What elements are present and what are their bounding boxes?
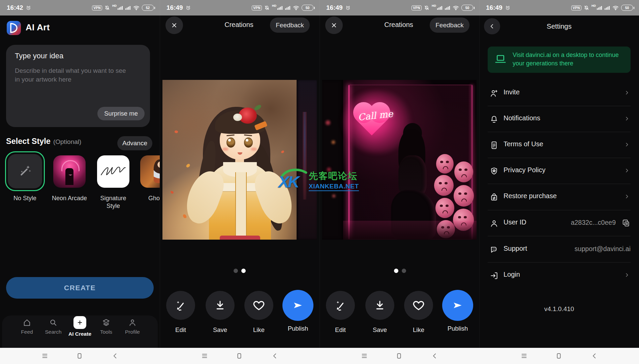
chevron-right-icon: [624, 193, 630, 200]
hd-badge: HD: [272, 4, 276, 7]
prompt-title: Type your idea: [15, 52, 63, 60]
support-email-value: support@davinci.ai: [575, 245, 631, 253]
settings-item-user-id[interactable]: User ID a2832c...c0ee9: [488, 212, 631, 234]
home-square-icon[interactable]: [76, 352, 83, 360]
bell-muted-icon: [104, 5, 110, 10]
settings-item-support[interactable]: Support support@davinci.ai: [488, 238, 631, 261]
signal-bars-icon: [605, 6, 610, 10]
bell-icon: [489, 115, 499, 124]
settings-item-restore-purchase[interactable]: Restore purchase: [488, 186, 631, 208]
page-title: Settings: [479, 22, 639, 30]
save-button[interactable]: [206, 291, 235, 320]
divider: [488, 158, 631, 158]
prompt-input[interactable]: Type your idea Describe in detail what y…: [6, 45, 150, 127]
generated-image-neon-heart[interactable]: Call me: [322, 80, 477, 240]
generated-image-anime-girl[interactable]: [162, 80, 317, 240]
publish-button[interactable]: [282, 290, 313, 321]
signal-bars-icon: [125, 6, 131, 10]
signal-bars-icon: [597, 6, 602, 10]
style-option-no-style[interactable]: [5, 151, 45, 191]
vpn-icon: VPN: [252, 5, 262, 10]
copy-icon[interactable]: [622, 219, 631, 228]
close-button[interactable]: [325, 17, 343, 34]
recents-icon[interactable]: [520, 352, 528, 360]
status-time: 16:42: [7, 4, 23, 11]
status-bar: 16:49 VPN HD 50: [160, 0, 320, 16]
style-option-signature-style[interactable]: [97, 155, 129, 188]
hair-flower: [239, 108, 257, 124]
composite-screenshot: 16:42 VPN HD 52 AI Art Type your idea De…: [0, 0, 639, 364]
watermark: XK 先客吧论坛 XIANKEBA.NET: [278, 166, 359, 194]
advance-button[interactable]: Advance: [117, 136, 152, 150]
home-square-icon[interactable]: [395, 352, 403, 360]
battery-indicator: 52: [142, 5, 155, 11]
nav-item-search[interactable]: Search: [40, 318, 66, 335]
divider: [488, 236, 631, 236]
settings-item-label: Invite: [504, 88, 520, 96]
action-label: Publish: [282, 325, 313, 332]
home-square-icon[interactable]: [236, 352, 243, 360]
settings-item-notifications[interactable]: Notifications: [488, 108, 631, 130]
like-button[interactable]: [244, 291, 273, 320]
settings-item-login[interactable]: Login: [488, 264, 631, 286]
page-title: AI Art: [26, 22, 50, 33]
like-button[interactable]: [404, 291, 433, 320]
nav-item-ai-create[interactable]: AI Create: [67, 318, 93, 337]
back-chevron-icon[interactable]: [431, 352, 438, 360]
document-icon: [489, 141, 499, 150]
settings-item-label: User ID: [504, 218, 526, 226]
app-logo: [7, 21, 21, 35]
style-option-ghost[interactable]: [140, 155, 160, 188]
close-icon: [171, 22, 178, 29]
tab-creations[interactable]: Creations: [375, 21, 422, 29]
settings-item-privacy[interactable]: Privacy Policy: [488, 160, 631, 182]
style-option-neon-arcade[interactable]: [53, 155, 86, 188]
edit-button[interactable]: [166, 291, 195, 320]
download-icon: [373, 299, 386, 312]
magic-wand-icon: [17, 163, 33, 179]
nav-item-tools[interactable]: Tools: [93, 318, 119, 335]
recents-icon[interactable]: [201, 352, 208, 360]
create-button[interactable]: CREATE: [6, 277, 154, 299]
vpn-icon: VPN: [412, 5, 422, 10]
status-bar: 16:49 VPN HD 50: [320, 0, 479, 16]
select-style-heading: Select Style(Optional): [6, 137, 81, 146]
recents-icon[interactable]: [361, 352, 368, 360]
home-square-icon[interactable]: [555, 352, 562, 360]
publish-button[interactable]: [442, 290, 473, 321]
tab-creations[interactable]: Creations: [215, 21, 263, 29]
person-icon: [489, 219, 499, 228]
chevron-right-icon: [624, 272, 630, 278]
edit-button[interactable]: [326, 291, 355, 320]
back-chevron-icon[interactable]: [112, 352, 119, 360]
recents-icon[interactable]: [41, 352, 49, 360]
action-label: Like: [404, 326, 433, 334]
chevron-right-icon: [624, 90, 630, 96]
desktop-banner[interactable]: Visit davinci.ai on a desktop to continu…: [488, 47, 631, 73]
settings-item-terms[interactable]: Terms of Use: [488, 134, 631, 156]
surprise-me-button[interactable]: Surprise me: [97, 107, 145, 120]
back-chevron-icon[interactable]: [271, 352, 279, 360]
watermark-line2: XIANKEBA.NET: [309, 183, 359, 191]
nav-item-feed[interactable]: Feed: [14, 318, 40, 335]
page-indicator-dot: [234, 269, 238, 273]
close-button[interactable]: [165, 17, 183, 34]
tab-feedback[interactable]: Feedback: [270, 18, 310, 33]
nav-item-profile[interactable]: Profile: [119, 318, 146, 335]
battery-indicator: 50: [621, 5, 634, 11]
action-label: Save: [365, 326, 394, 334]
back-chevron-icon[interactable]: [591, 352, 598, 360]
tab-feedback[interactable]: Feedback: [430, 18, 469, 33]
heart-icon: [412, 299, 425, 312]
alarm-icon: [26, 5, 31, 10]
edit-icon: [334, 299, 347, 312]
home-icon: [23, 318, 31, 327]
action-label: Save: [206, 326, 235, 334]
settings-item-invite[interactable]: Invite: [488, 82, 631, 104]
edit-icon: [174, 299, 187, 312]
save-button[interactable]: [365, 291, 394, 320]
battery-indicator: 50: [302, 5, 315, 11]
style-label: Neon Arcade: [49, 194, 90, 202]
action-label: Edit: [326, 326, 355, 334]
person-icon: [128, 318, 137, 327]
